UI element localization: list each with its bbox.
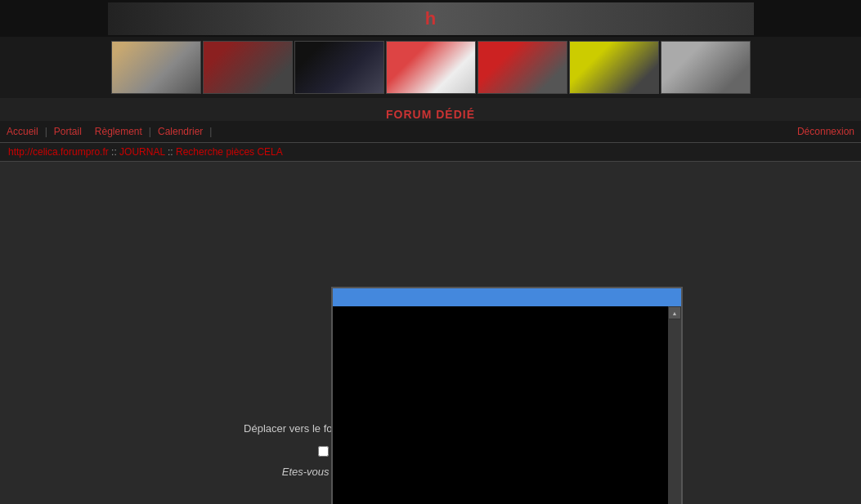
breadcrumb-recherche[interactable]: Recherche pièces CELA <box>176 146 283 158</box>
nav-deconnexion[interactable]: Déconnexion <box>791 126 861 137</box>
car-thumb-6[interactable] <box>569 41 659 94</box>
dialog-inner: ▲ ▼ <box>331 287 683 504</box>
breadcrumb-journal[interactable]: JOURNAL <box>119 146 165 158</box>
car-thumb-1[interactable] <box>111 41 201 94</box>
car-thumb-4[interactable] <box>386 41 476 94</box>
header: h <box>0 0 861 37</box>
navbar: Accueil | Portail Règlement | Calendrier… <box>0 121 861 142</box>
dialog-box: ▲ ▼ <box>331 287 683 504</box>
tracer-checkbox[interactable] <box>318 446 329 457</box>
breadcrumb-site[interactable]: http://celica.forumpro.fr <box>8 146 109 158</box>
forum-title-area: FORUM DÉDIÉ <box>0 98 861 121</box>
dialog-titlebar <box>333 288 681 306</box>
car-thumb-3[interactable] <box>294 41 384 94</box>
forum-subtitle: FORUM DÉDIÉ <box>386 108 475 121</box>
nav-portail[interactable]: Portail <box>47 126 88 137</box>
dialog-body: ▲ ▼ <box>333 306 681 504</box>
page-wrapper: h FORUM DÉDIÉ Accue <box>0 0 861 504</box>
scrollbar-track <box>668 319 681 504</box>
car-thumb-5[interactable] <box>478 41 567 94</box>
scrollbar-up-btn[interactable]: ▲ <box>668 306 681 319</box>
nav-calendrier[interactable]: Calendrier <box>151 126 209 137</box>
nav-accueil[interactable]: Accueil <box>0 126 45 137</box>
breadcrumb-bar: http://celica.forumpro.fr :: JOURNAL :: … <box>0 142 861 162</box>
car-thumbnails <box>0 37 861 98</box>
dialog-scrollbar: ▲ ▼ <box>668 306 681 504</box>
car-thumb-2[interactable] <box>203 41 293 94</box>
car-thumb-7[interactable] <box>661 41 751 94</box>
nav-reglement[interactable]: Règlement <box>88 126 149 137</box>
content-area: ▲ ▼ Déplacer vers le forum <box>0 162 861 504</box>
header-title: h <box>425 8 436 29</box>
